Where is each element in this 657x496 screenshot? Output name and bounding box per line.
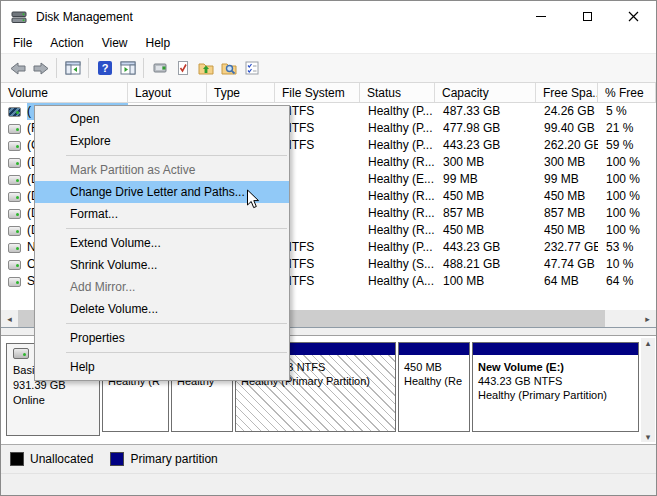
document-check-icon[interactable]	[171, 56, 194, 80]
menu-view[interactable]: View	[93, 36, 137, 50]
cell-pct-free: 53 %	[598, 239, 656, 256]
cell-free-space: 99.40 GB	[536, 120, 598, 137]
menu-action[interactable]: Action	[41, 36, 92, 50]
popup-window-icon[interactable]	[148, 56, 171, 80]
volume-icon	[8, 192, 21, 202]
folder-up-icon[interactable]	[194, 56, 217, 80]
column-header-capacity[interactable]: Capacity	[435, 83, 536, 102]
cell-pct-free: 5 %	[598, 103, 656, 120]
scroll-up-icon[interactable]: ▴	[646, 338, 651, 348]
toolbar-separator	[143, 58, 144, 78]
cell-capacity: 100 MB	[435, 273, 536, 290]
help-icon[interactable]: ?	[93, 56, 116, 80]
partition-block[interactable]: 450 MB Healthy (Re	[398, 342, 470, 432]
action-pane-icon[interactable]	[116, 56, 139, 80]
partition-name: New Volume (E:)	[478, 360, 633, 374]
column-header-type[interactable]: Type	[207, 83, 275, 102]
partition-color-bar	[473, 343, 638, 355]
cell-pct-free: 100 %	[598, 205, 656, 222]
disk-status: Online	[13, 393, 99, 408]
toolbar: ?	[1, 53, 656, 83]
menu-item-properties[interactable]: Properties	[35, 327, 289, 349]
cell-pct-free: 59 %	[598, 137, 656, 154]
cell-free-space: 450 MB	[536, 222, 598, 239]
cell-status: Healthy (P...	[360, 239, 435, 256]
unallocated-swatch	[10, 452, 24, 466]
column-header-pct-free[interactable]: % Free	[598, 83, 656, 102]
menu-item-explore[interactable]: Explore	[35, 130, 289, 152]
cell-free-space: 300 MB	[536, 154, 598, 171]
cell-capacity: 857 MB	[435, 205, 536, 222]
partition-block[interactable]: New Volume (E:) 443.23 GB NTFS Healthy (…	[472, 342, 639, 432]
volume-icon	[8, 243, 21, 253]
menu-file[interactable]: File	[4, 36, 41, 50]
volume-icon	[8, 158, 21, 168]
partition-status: Healthy (Re	[404, 374, 464, 388]
cell-capacity: 477.98 GB	[435, 120, 536, 137]
app-icon	[11, 10, 27, 24]
volume-icon	[8, 124, 21, 134]
maximize-button[interactable]	[564, 1, 610, 32]
minimize-icon	[536, 16, 546, 17]
checklist-icon[interactable]	[240, 56, 263, 80]
menu-item-add-mirror: Add Mirror...	[35, 276, 289, 298]
back-arrow-icon[interactable]	[6, 56, 29, 80]
column-header-status[interactable]: Status	[360, 83, 435, 102]
partition-status: Healthy (Primary Partition)	[478, 388, 633, 402]
cell-free-space: 262.20 GB	[536, 137, 598, 154]
cell-free-space: 99 MB	[536, 171, 598, 188]
toolbar-separator	[88, 58, 89, 78]
mouse-cursor	[246, 189, 260, 213]
cell-free-space: 24.26 GB	[536, 103, 598, 120]
partition-color-bar	[399, 343, 469, 355]
volume-icon	[8, 107, 21, 117]
forward-arrow-icon[interactable]	[29, 56, 52, 80]
volume-icon	[8, 226, 21, 236]
cell-free-space: 232.77 GB	[536, 239, 598, 256]
column-header-layout[interactable]: Layout	[128, 83, 207, 102]
legend-label-primary: Primary partition	[130, 452, 217, 466]
cell-capacity: 300 MB	[435, 154, 536, 171]
cell-status: Healthy (R...	[360, 205, 435, 222]
cell-status: Healthy (P...	[360, 137, 435, 154]
scroll-left-icon[interactable]: ◂	[1, 310, 18, 327]
menu-item-delete-volume[interactable]: Delete Volume...	[35, 298, 289, 320]
cell-status: Healthy (E...	[360, 171, 435, 188]
cell-status: Healthy (S...	[360, 256, 435, 273]
menu-help[interactable]: Help	[137, 36, 180, 50]
menu-item-mark-partition-active: Mark Partition as Active	[35, 159, 289, 181]
cell-pct-free: 100 %	[598, 188, 656, 205]
column-header-free-space[interactable]: Free Spa...	[536, 83, 598, 102]
console-tree-icon[interactable]	[61, 56, 84, 80]
window-title: Disk Management	[36, 10, 518, 24]
cell-pct-free: 100 %	[598, 222, 656, 239]
close-button[interactable]	[610, 1, 656, 32]
legend-label-unallocated: Unallocated	[30, 452, 93, 466]
menu-item-extend-volume[interactable]: Extend Volume...	[35, 232, 289, 254]
toolbar-separator	[56, 58, 57, 78]
cell-status: Healthy (R...	[360, 188, 435, 205]
cell-status: Healthy (P...	[360, 120, 435, 137]
cell-capacity: 443.23 GB	[435, 137, 536, 154]
minimize-button[interactable]	[518, 1, 564, 32]
vertical-scrollbar[interactable]: ▴ ▾	[641, 338, 655, 442]
scroll-down-icon[interactable]: ▾	[646, 432, 651, 442]
volume-icon	[8, 260, 21, 270]
disk-management-window: Disk Management File Action View Help	[0, 0, 657, 496]
primary-partition-swatch	[110, 452, 124, 466]
table-header: Volume Layout Type File System Status Ca…	[1, 83, 656, 103]
folder-search-icon[interactable]	[217, 56, 240, 80]
cell-capacity: 450 MB	[435, 188, 536, 205]
column-header-file-system[interactable]: File System	[275, 83, 360, 102]
menu-item-shrink-volume[interactable]: Shrink Volume...	[35, 254, 289, 276]
cell-pct-free: 100 %	[598, 171, 656, 188]
legend-bar: Unallocated Primary partition	[1, 444, 656, 473]
menu-item-help[interactable]: Help	[35, 356, 289, 378]
volume-icon	[8, 141, 21, 151]
scroll-right-icon[interactable]: ▸	[639, 310, 656, 327]
menu-item-open[interactable]: Open	[35, 108, 289, 130]
cell-status: Healthy (A...	[360, 273, 435, 290]
partition-size: 450 MB	[404, 360, 464, 374]
cell-capacity: 488.21 GB	[435, 256, 536, 273]
column-header-volume[interactable]: Volume	[1, 83, 128, 102]
